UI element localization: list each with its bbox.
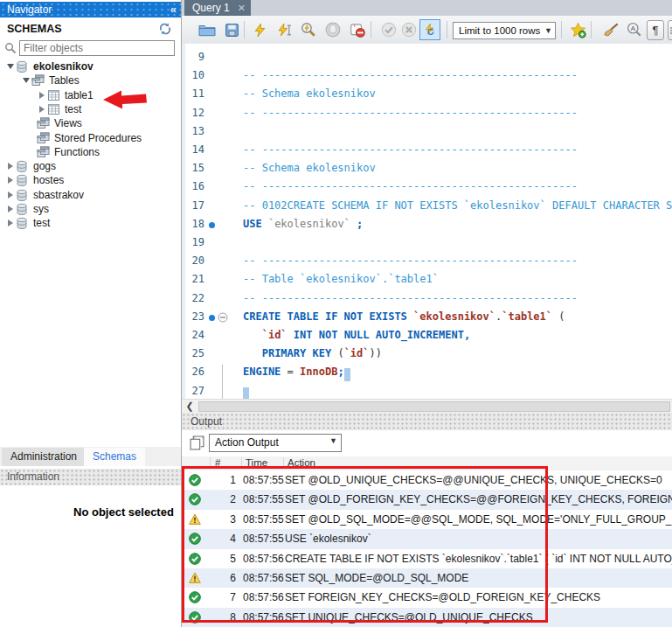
- tree-item-ekolesnikov[interactable]: ekolesnikov: [0, 59, 186, 73]
- schemas-section-header: SCHEMAS: [0, 21, 181, 37]
- query-tab-label: Query 1: [192, 2, 230, 14]
- refresh-schemas-icon[interactable]: [158, 22, 172, 36]
- find-button[interactable]: A: [623, 18, 646, 41]
- tree-item-tables[interactable]: Tables: [0, 73, 202, 87]
- collapse-panel-icon[interactable]: «: [170, 2, 177, 17]
- wrap-text-button[interactable]: [668, 20, 672, 40]
- expand-arrow-icon[interactable]: [5, 163, 16, 170]
- beautify-button[interactable]: [599, 18, 622, 41]
- filter-row: [0, 40, 181, 58]
- chevron-down-icon: ▼: [544, 23, 552, 38]
- row-time: 08:57:55: [243, 533, 284, 545]
- expand-arrow-icon[interactable]: [21, 78, 31, 83]
- execute-button[interactable]: [248, 18, 271, 41]
- expand-arrow-icon[interactable]: [5, 192, 16, 199]
- code-line[interactable]: 20-- -----------------------------------…: [182, 254, 672, 269]
- fold-icon[interactable]: [218, 312, 228, 323]
- output-row[interactable]: 608:57:56SET SQL_MODE=@OLD_SQL_MODE: [182, 568, 672, 588]
- line-number: 16: [182, 180, 204, 192]
- line-number: 21: [182, 273, 204, 285]
- column-action[interactable]: Action: [288, 457, 315, 468]
- code-line[interactable]: 15-- Schema ekolesnikov: [182, 162, 672, 177]
- code-line[interactable]: 24 `id` INT NOT NULL AUTO_INCREMENT,: [182, 329, 672, 344]
- explain-button[interactable]: [297, 18, 320, 41]
- output-row[interactable]: 208:57:55SET @OLD_FOREIGN_KEY_CHECKS=@@F…: [182, 490, 672, 509]
- expand-arrow-icon[interactable]: [5, 206, 16, 212]
- code-line[interactable]: 21-- Table `ekolesnikov`.`table1`: [182, 273, 672, 288]
- output-grid-header: # Time Action: [182, 456, 672, 471]
- column-time[interactable]: Time: [246, 457, 267, 468]
- code-line[interactable]: 27: [182, 385, 672, 399]
- save-button[interactable]: [220, 18, 243, 41]
- sql-code-editor[interactable]: 910-- ----------------------------------…: [182, 44, 672, 399]
- line-number: 9: [182, 51, 204, 63]
- tab-query-1[interactable]: Query 1 ✕: [184, 0, 251, 16]
- output-row[interactable]: 808:57:56SET UNIQUE_CHECKS=@OLD_UNIQUE_C…: [182, 608, 672, 627]
- line-number: 14: [182, 143, 204, 156]
- save-snippet-button[interactable]: [566, 18, 589, 41]
- expand-arrow-icon[interactable]: [37, 92, 47, 99]
- code-line[interactable]: 26ENGINE = InnoDB;: [182, 366, 672, 380]
- code-line[interactable]: 12-- -----------------------------------…: [182, 107, 672, 122]
- tree-item-test[interactable]: test: [0, 216, 186, 230]
- column-number[interactable]: #: [215, 457, 220, 468]
- success-icon: [189, 493, 201, 505]
- output-row[interactable]: 308:57:55SET @OLD_SQL_MODE=@@SQL_MODE, S…: [182, 510, 672, 529]
- line-number: 13: [182, 125, 204, 137]
- tree-item-sys[interactable]: sys: [0, 202, 186, 216]
- line-number: 20: [182, 254, 204, 267]
- code-line[interactable]: 22-- -----------------------------------…: [182, 292, 672, 307]
- code-line[interactable]: 14-- -----------------------------------…: [182, 143, 672, 158]
- row-number: 3: [208, 513, 236, 526]
- code-line[interactable]: 13: [182, 125, 672, 140]
- tree-item-gogs[interactable]: gogs: [0, 159, 186, 173]
- tab-schemas[interactable]: Schemas: [84, 448, 145, 466]
- line-number: 27: [182, 385, 204, 397]
- output-view-selector[interactable]: Action Output ▼: [209, 434, 342, 452]
- tree-item-label: Functions: [52, 146, 100, 158]
- row-number: 1: [208, 474, 236, 486]
- close-icon[interactable]: ✕: [238, 0, 246, 16]
- execute-current-statement-button[interactable]: [273, 18, 295, 41]
- code-text: -- Table `ekolesnikov`.`table1`: [243, 273, 439, 285]
- tree-item-sbastrakov[interactable]: sbastrakov: [0, 188, 186, 202]
- output-row[interactable]: 108:57:55SET @OLD_UNIQUE_CHECKS=@@UNIQUE…: [182, 470, 672, 490]
- expand-arrow-icon[interactable]: [5, 177, 16, 184]
- editor-horizontal-scrollbar[interactable]: ❮: [182, 399, 672, 414]
- output-row[interactable]: 508:57:56CREATE TABLE IF NOT EXISTS `eko…: [182, 549, 672, 568]
- code-line[interactable]: 16-- -----------------------------------…: [182, 180, 672, 195]
- sql-editor-toolbar: Limit to 1000 rows ▼ A ¶: [182, 16, 672, 45]
- row-number: 4: [208, 533, 236, 545]
- rollback-button[interactable]: [398, 18, 420, 41]
- navigator-panel-header[interactable]: Navigator «: [0, 2, 181, 17]
- open-file-button[interactable]: [196, 18, 218, 41]
- filter-objects-input[interactable]: [19, 40, 175, 56]
- code-line[interactable]: 10-- -----------------------------------…: [182, 69, 672, 84]
- limit-rows-dropdown[interactable]: Limit to 1000 rows ▼: [453, 22, 556, 39]
- expand-arrow-icon[interactable]: [5, 219, 16, 226]
- code-line[interactable]: 11-- Schema ekolesnikov: [182, 87, 672, 102]
- code-line[interactable]: 18USE `ekolesnikov` ;: [182, 218, 672, 233]
- expand-arrow-icon[interactable]: [37, 106, 47, 113]
- code-line[interactable]: 9: [182, 51, 672, 66]
- tree-item-label: sys: [31, 203, 49, 215]
- output-row[interactable]: 408:57:55USE `ekolesnikov`: [182, 529, 672, 548]
- code-line[interactable]: 19: [182, 236, 672, 251]
- expand-arrow-icon[interactable]: [5, 64, 16, 69]
- output-row[interactable]: 708:57:56SET FOREIGN_KEY_CHECKS=@OLD_FOR…: [182, 588, 672, 607]
- group-icon: [31, 74, 46, 87]
- stop-button[interactable]: [322, 18, 344, 41]
- show-invisibles-button[interactable]: ¶: [647, 20, 664, 40]
- code-line[interactable]: 17-- 0102CREATE SCHEMA IF NOT EXISTS `ek…: [182, 199, 672, 214]
- tree-item-hostes[interactable]: hostes: [0, 173, 186, 187]
- toggle-autocommit-button[interactable]: [419, 19, 440, 40]
- scroll-left-icon[interactable]: ❮: [184, 401, 196, 412]
- toggle-stop-on-error-button[interactable]: [346, 18, 369, 41]
- scrollbar-thumb[interactable]: [198, 401, 670, 412]
- toolbar-separator: [371, 21, 371, 38]
- code-line[interactable]: 25 PRIMARY KEY (`id`)): [182, 347, 672, 362]
- row-number: 8: [208, 611, 236, 624]
- tab-administration[interactable]: Administration: [2, 448, 86, 466]
- code-line[interactable]: 23CREATE TABLE IF NOT EXISTS `ekolesniko…: [182, 310, 672, 325]
- sidebar-bottom-tabs: Administration Schemas: [0, 447, 181, 466]
